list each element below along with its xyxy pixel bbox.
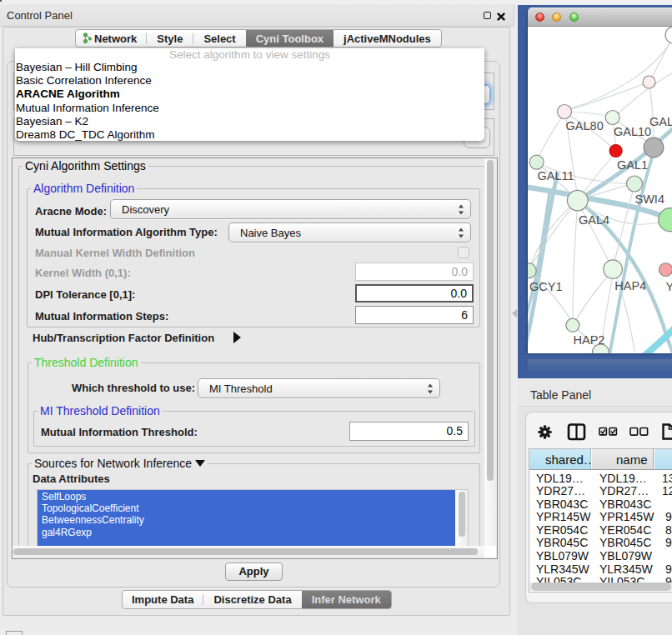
svg-text:SWI4: SWI4 (635, 192, 664, 206)
svg-text:HAP2: HAP2 (574, 333, 605, 347)
svg-text:GAL: GAL (649, 115, 672, 128)
svg-text:GAL11: GAL11 (538, 169, 574, 182)
svg-text:GAL4: GAL4 (579, 213, 609, 227)
svg-text:GAL1: GAL1 (617, 158, 648, 172)
svg-text:YJ: YJ (666, 280, 672, 293)
svg-text:GAL80: GAL80 (566, 119, 604, 132)
svg-text:GCY1: GCY1 (529, 280, 563, 293)
svg-text:HAP4: HAP4 (614, 279, 646, 292)
svg-text:GAL10: GAL10 (614, 125, 651, 138)
